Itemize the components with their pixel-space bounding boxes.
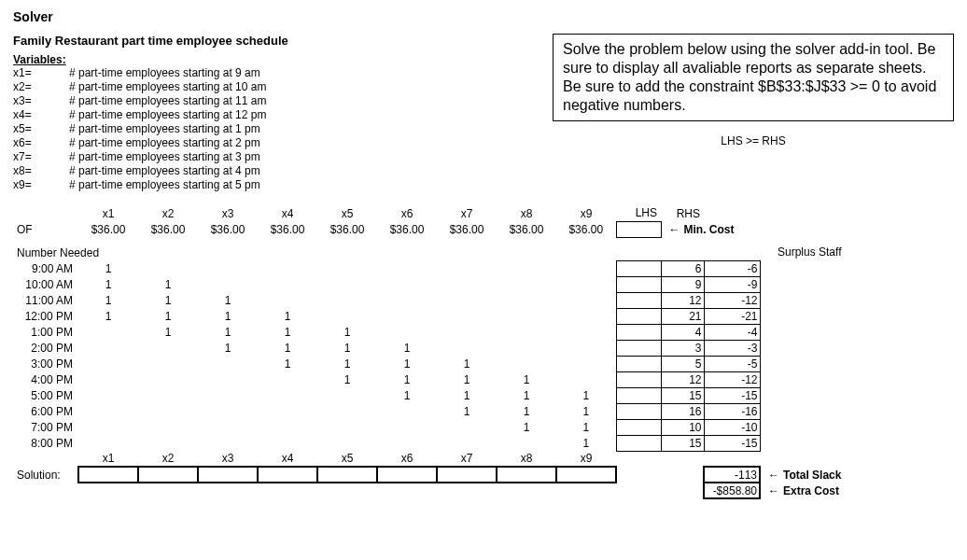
- coef-cell: [317, 435, 377, 451]
- rhs-cell[interactable]: 21: [661, 308, 704, 324]
- lhs-cell[interactable]: [616, 292, 661, 308]
- ftr-x6: x6: [377, 451, 437, 467]
- lhs-cell[interactable]: [616, 308, 661, 324]
- coef-cell: [258, 387, 317, 403]
- rhs-cell[interactable]: 5: [661, 356, 704, 371]
- coef-cell: [497, 260, 556, 276]
- surplus-cell: -21: [704, 308, 760, 324]
- lhs-cell[interactable]: [616, 260, 661, 276]
- solution-x8[interactable]: [497, 467, 556, 483]
- variable-desc: # part-time employees starting at 11 am: [69, 94, 266, 107]
- coef-cell: 1: [377, 356, 437, 371]
- variable-desc: # part-time employees starting at 10 am: [69, 80, 266, 93]
- coef-cell: 1: [377, 387, 437, 403]
- coef-cell: [497, 340, 556, 356]
- rhs-cell[interactable]: 4: [661, 324, 704, 340]
- hdr-x3: x3: [198, 205, 258, 221]
- lhs-cell[interactable]: [616, 387, 661, 403]
- variable-name: x3=: [13, 94, 69, 108]
- solution-x3[interactable]: [198, 467, 258, 483]
- ftr-x4: x4: [258, 451, 317, 467]
- constraint-row: 3:00 PM11115-5: [13, 356, 845, 371]
- coef-cell: [138, 356, 198, 371]
- hdr-x2: x2: [138, 205, 198, 221]
- coef-cell: [437, 419, 497, 435]
- solution-x4[interactable]: [258, 467, 317, 483]
- time-label: 9:00 AM: [13, 260, 78, 276]
- rhs-cell[interactable]: 12: [661, 371, 704, 387]
- surplus-cell: -6: [704, 260, 760, 276]
- hdr-x8: x8: [497, 205, 556, 221]
- lhs-cell[interactable]: [616, 356, 661, 371]
- surplus-cell: -4: [704, 324, 760, 340]
- coef-cell: [377, 403, 437, 419]
- coef-cell: 1: [556, 403, 616, 419]
- coef-cell: [198, 371, 258, 387]
- variable-desc: # part-time employees starting at 3 pm: [69, 150, 260, 163]
- rhs-cell[interactable]: 10: [661, 419, 704, 435]
- coef-cell: 1: [317, 340, 377, 356]
- of-x7: $36.00: [437, 221, 497, 237]
- rhs-cell[interactable]: 15: [661, 387, 704, 403]
- coef-cell: [258, 276, 317, 292]
- coef-cell: [377, 292, 437, 308]
- rhs-cell[interactable]: 16: [661, 403, 704, 419]
- rhs-cell[interactable]: 9: [661, 276, 704, 292]
- variables-header: Variables:: [13, 53, 534, 66]
- lhs-cell[interactable]: [616, 340, 661, 356]
- solution-x1[interactable]: [78, 467, 138, 483]
- coef-cell: 1: [258, 340, 317, 356]
- coef-cell: [497, 308, 556, 324]
- coef-cell: [497, 356, 556, 371]
- coef-cell: [258, 292, 317, 308]
- solution-x2[interactable]: [138, 467, 198, 483]
- lhs-cell[interactable]: [616, 403, 661, 419]
- coef-cell: 1: [556, 419, 616, 435]
- rhs-cell[interactable]: 12: [661, 292, 704, 308]
- left-column: Family Restaurant part time employee sch…: [13, 34, 534, 192]
- right-column: Solve the problem below using the solver…: [553, 34, 954, 147]
- solution-x5[interactable]: [317, 467, 377, 483]
- time-label: 3:00 PM: [13, 356, 78, 371]
- total-slack-value: -113: [704, 467, 760, 483]
- variable-line: x8=# part-time employees starting at 4 p…: [13, 164, 534, 178]
- solution-x7[interactable]: [437, 467, 497, 483]
- coef-cell: [377, 260, 437, 276]
- solution-x6[interactable]: [377, 467, 437, 483]
- lhs-cell[interactable]: [616, 419, 661, 435]
- rhs-cell[interactable]: 15: [661, 435, 704, 451]
- variable-line: x9=# part-time employees starting at 5 p…: [13, 178, 534, 192]
- coef-cell: 1: [437, 387, 497, 403]
- coef-cell: 1: [78, 260, 138, 276]
- variable-desc: # part-time employees starting at 1 pm: [69, 122, 260, 135]
- lhs-cell[interactable]: [616, 324, 661, 340]
- time-label: 4:00 PM: [13, 371, 78, 387]
- rhs-cell[interactable]: 3: [661, 340, 704, 356]
- of-lhs-cell[interactable]: [616, 221, 661, 237]
- variable-line: x4=# part-time employees starting at 12 …: [13, 108, 534, 122]
- of-x9: $36.00: [556, 221, 616, 237]
- of-x5: $36.00: [317, 221, 377, 237]
- variable-name: x5=: [13, 122, 69, 136]
- lhs-cell[interactable]: [616, 276, 661, 292]
- variable-desc: # part-time employees starting at 5 pm: [69, 178, 260, 191]
- coef-cell: [556, 340, 616, 356]
- arrow-icon: ←: [764, 469, 783, 482]
- ftr-x2: x2: [138, 451, 198, 467]
- surplus-cell: -12: [704, 292, 760, 308]
- coef-cell: [198, 403, 258, 419]
- hdr-x1: x1: [78, 205, 138, 221]
- coef-cell: 1: [138, 292, 198, 308]
- coef-cell: [556, 308, 616, 324]
- coef-cell: 1: [497, 419, 556, 435]
- lhs-cell[interactable]: [616, 435, 661, 451]
- lhs-cell[interactable]: [616, 371, 661, 387]
- hdr-x4: x4: [258, 205, 317, 221]
- coef-cell: [198, 387, 258, 403]
- total-slack-label: Total Slack: [783, 469, 841, 482]
- rhs-cell[interactable]: 6: [661, 260, 704, 276]
- coef-cell: [138, 340, 198, 356]
- solution-x9[interactable]: [556, 467, 616, 483]
- coef-cell: 1: [258, 356, 317, 371]
- constraint-row: 8:00 PM115-15: [13, 435, 845, 451]
